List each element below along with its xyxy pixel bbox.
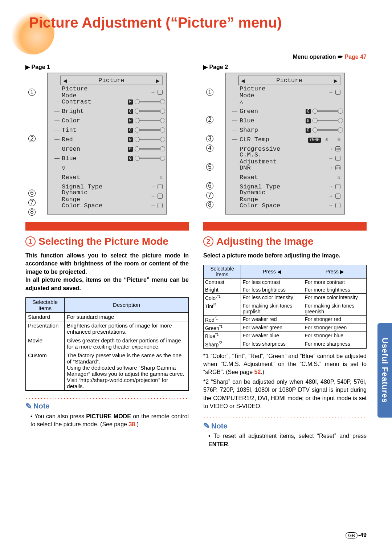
dot-separator xyxy=(203,417,367,419)
osd-row: Dynamic Range→ xyxy=(60,191,163,201)
footnotes: *1 “Color”, “Tint”, “Red”, “Green” and “… xyxy=(203,352,367,411)
table-row: ContrastFor less contrastFor more contra… xyxy=(204,278,367,286)
osd-row: Color Space→ xyxy=(60,201,163,210)
osd-header: ◀Picture▶ xyxy=(238,76,340,85)
side-tab: Useful Features xyxy=(377,323,392,418)
table-row: BrightFor less brightnessFor more bright… xyxy=(204,286,367,294)
table-row: MovieGives greater depth to darker porti… xyxy=(26,336,189,351)
osd-row: Color Space→ xyxy=(238,201,340,210)
osd-row: Blue0 xyxy=(60,154,163,163)
callout-labels-left: 1 2 6 7 8 xyxy=(28,73,47,215)
osd-row: CLR Temp7500 ❄ — ❄ xyxy=(238,135,340,144)
arrow-right-icon: ➨ xyxy=(338,53,343,60)
table-row: Blue*1For weaker blueFor stronger blue xyxy=(204,332,367,340)
section2-intro: Select a picture mode before adjusting t… xyxy=(203,252,367,260)
note-icon: ✎ xyxy=(25,402,32,411)
section1-note: You can also press PICTURE MODE on the r… xyxy=(25,412,189,429)
osd-row: Bright0 xyxy=(60,106,163,116)
osd-row: Green0 xyxy=(60,144,163,154)
section2-note: To reset all adjustment items, select “R… xyxy=(203,432,367,448)
section-bar xyxy=(25,222,189,231)
callout-labels-right: 1 2 3 4 5 6 7 8 xyxy=(206,73,225,215)
osd-row: Picture Mode→ xyxy=(60,88,163,97)
osd-row: Dynamic Range→ xyxy=(238,191,340,201)
osd-header: ◀Picture▶ xyxy=(60,76,163,85)
osd-row: Blue0 xyxy=(238,116,340,125)
osd-row: ▽ xyxy=(60,163,163,172)
osd-row: △ xyxy=(238,97,340,106)
page-number: GB-49 xyxy=(346,532,367,538)
table-row: Tint*1For making skin tones purplishFor … xyxy=(204,302,367,316)
osd-row: C.M.S. Adjustment→ xyxy=(238,154,340,163)
osd-row: Picture Mode→ xyxy=(238,88,340,97)
menu-operation-ref: Menu operation ➨ Page 47 xyxy=(25,53,367,61)
section1-intro: This function allows you to select the p… xyxy=(25,252,189,292)
osd-panel-page2: ◀Picture▶ Picture Mode→ △Green0 Blue0 Sh… xyxy=(225,73,345,215)
section-bar xyxy=(203,222,367,231)
page-title: Picture Adjustment (“Picture” menu) xyxy=(29,15,367,31)
note-heading: ✎Note xyxy=(203,421,367,431)
table-row: Red*1For weaker redFor stronger red xyxy=(204,316,367,324)
note-icon: ✎ xyxy=(203,421,210,431)
page1-label: ▶ Page 1 xyxy=(25,64,189,70)
osd-row: DNR→ OFF xyxy=(238,163,340,172)
osd-row: Tint0 xyxy=(60,125,163,135)
osd-row: Reset⇆ xyxy=(60,172,163,182)
osd-row: Color0 xyxy=(60,116,163,125)
page2-label: ▶ Page 2 xyxy=(203,64,367,70)
table-row: CustomThe factory preset value is the sa… xyxy=(26,351,189,390)
dot-separator xyxy=(25,397,189,399)
osd-row: Green0 xyxy=(238,106,340,116)
note-heading: ✎Note xyxy=(25,402,189,411)
osd-panel-page1: ◀Picture▶ Picture Mode→ Contrast0 Bright… xyxy=(47,73,167,215)
osd-row: Red0 xyxy=(60,135,163,144)
osd-row: Sharp0 xyxy=(238,125,340,135)
section1-heading: 1Selecting the Picture Mode xyxy=(25,236,189,247)
osd-row: Contrast0 xyxy=(60,97,163,106)
table-row: Green*1For weaker greenFor stronger gree… xyxy=(204,324,367,332)
table-row: Sharp*2For less sharpnessFor more sharpn… xyxy=(204,340,367,349)
adjust-table: Selectable items Press ◀ Press ▶ Contras… xyxy=(203,265,367,348)
table-row: PresentationBrightens darker portions of… xyxy=(26,321,189,336)
osd-row: Reset⇆ xyxy=(238,172,340,182)
table-row: StandardFor standard image xyxy=(26,312,189,321)
section2-heading: 2Adjusting the Image xyxy=(203,236,367,247)
table-row: Color*1For less color intensityFor more … xyxy=(204,294,367,302)
picture-mode-table: Selectable items Description StandardFor… xyxy=(25,297,189,391)
